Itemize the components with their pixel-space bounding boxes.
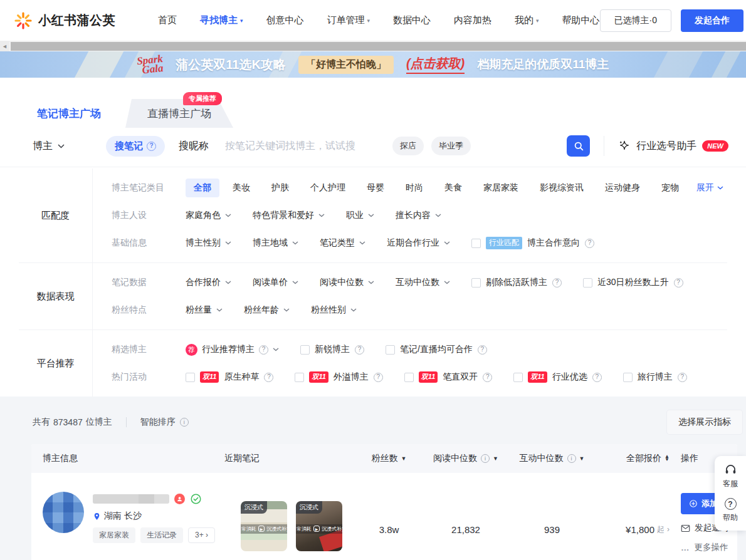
price-cell[interactable]: ¥1,800 起 › [626,518,670,535]
avatar[interactable] [43,492,84,533]
category-chip[interactable]: 全部 [186,179,219,197]
category-chip[interactable]: 时尚 [397,179,431,197]
help-icon[interactable]: ? [264,373,273,382]
tab-note-blogger-plaza[interactable]: 笔记博主广场 [15,99,123,128]
sort-desc-icon[interactable]: ▼ [493,455,498,462]
search-mode-nickname[interactable]: 搜昵称 [179,140,209,153]
industry-assistant-button[interactable]: 行业选号助手 NEW [618,140,728,153]
banner-cta[interactable]: (点击获取) [406,55,465,74]
category-chip[interactable]: 美食 [436,179,470,197]
checkbox[interactable] [513,373,523,382]
checkbox[interactable] [623,373,633,382]
filter-dropdown[interactable]: 家庭角色 [186,210,231,221]
filter-dropdown[interactable]: 阅读中位数 [320,277,374,288]
help-icon[interactable]: ? [259,345,268,355]
filter-dropdown[interactable]: 粉丝年龄 [244,304,290,316]
help-icon[interactable]: ? [674,278,683,288]
promo-banner[interactable]: SparkGala 蒲公英双11选K攻略 「好博主不怕晚」 (点击获取) 档期充… [0,51,746,78]
sort-desc-icon[interactable]: ▼ [401,455,407,462]
filter-checkbox[interactable]: 双11原生种草? [186,371,273,383]
filter-checkbox[interactable]: 行业匹配博主合作意向? [471,237,594,249]
help-icon[interactable]: ? [552,278,562,288]
filter-checkbox[interactable]: 双11外溢博主? [295,371,382,383]
column-header-6[interactable]: 全部报价▲▼ [594,453,670,464]
nav-item-4[interactable]: 订单管理▾ [327,14,370,26]
filter-dropdown[interactable]: 笔记类型 [320,237,365,249]
checkbox[interactable] [583,278,592,288]
nav-item-1[interactable]: 首页 [158,14,177,26]
nav-item-8[interactable]: 帮助中心 [562,14,600,26]
note-thumbnail[interactable]: 沉浸式 日常消耗▶沉浸式补货 [296,501,342,551]
sort-icon[interactable]: ▲▼ [665,455,670,462]
nav-item-2[interactable]: 寻找博主▾ [200,14,243,26]
blogger-tag[interactable]: 生活记录 [140,527,183,543]
search-input[interactable] [225,140,385,152]
checkbox[interactable] [471,239,481,248]
scroll-left-button[interactable]: ◄ [0,41,9,51]
nav-item-7[interactable]: 我的▾ [515,14,539,26]
filter-dropdown[interactable]: 特色背景和爱好 [253,210,325,221]
filter-dropdown[interactable]: 博主地域 [253,237,298,249]
filter-dropdown[interactable]: 合作报价 [186,277,231,288]
column-header-3[interactable]: 粉丝数▼ [356,453,422,464]
nav-item-5[interactable]: 数据中心 [393,14,431,26]
filter-dropdown[interactable]: 粉丝量 [186,304,223,316]
category-chip[interactable]: 母婴 [359,179,392,197]
smart-sort-dropdown[interactable]: 智能排序 i [140,417,189,428]
filter-checkbox[interactable]: 双11笔直双开? [404,371,492,383]
customer-service-button[interactable]: 客服 [723,463,738,489]
filter-checkbox[interactable]: 笔记/直播均可合作? [386,344,487,355]
filter-dropdown[interactable]: 擅长内容 [396,210,441,221]
filter-checkbox[interactable]: 双11行业优选? [513,371,601,383]
category-chip[interactable]: 美妆 [224,179,258,197]
hot-tag-biyeji[interactable]: 毕业季 [431,137,471,155]
help-button[interactable]: ? 帮助 [723,498,738,523]
checkbox[interactable] [300,345,310,355]
blogger-tag[interactable]: 家居家装 [93,527,135,543]
more-actions-button[interactable]: … 更多操作 [681,542,728,553]
choose-metrics-button[interactable]: 选择展示指标 [667,410,742,434]
checkbox[interactable] [471,278,481,288]
help-icon[interactable]: ? [147,142,156,151]
horizontal-scrollbar[interactable]: ◄ [0,41,746,51]
recommend-dropdown[interactable]: 荐行业推荐博主? [186,344,279,356]
blogger-name-blurred[interactable] [93,494,169,504]
category-chip[interactable]: 宠物 [653,179,687,197]
help-icon[interactable]: ? [355,345,364,355]
table-row[interactable]: 湖南 长沙 家居家装生活记录3+ › 沉浸式 日常消耗▶沉浸式补货沉浸式 日常消… [31,473,737,560]
column-header-4[interactable]: 阅读中位数i▼ [422,453,510,464]
help-icon[interactable]: ? [374,373,383,382]
hot-tag-tandian[interactable]: 探店 [392,137,424,155]
info-icon[interactable]: i [567,454,576,463]
sort-desc-icon[interactable]: ▼ [579,455,585,462]
category-chip[interactable]: 家居家装 [475,179,527,197]
help-icon[interactable]: ? [478,345,487,355]
search-button[interactable] [567,135,590,157]
help-icon[interactable]: ? [483,373,492,382]
filter-checkbox[interactable]: 近30日粉丝数上升? [583,277,683,288]
category-chip[interactable]: 个人护理 [302,179,354,197]
checkbox[interactable] [386,345,395,355]
filter-checkbox[interactable]: 新锐博主? [300,344,364,355]
search-scope-dropdown[interactable]: 博主 [33,140,65,153]
search-mode-note[interactable]: 搜笔记 ? [106,136,165,157]
filter-dropdown[interactable]: 粉丝性别 [311,304,357,316]
filter-checkbox[interactable]: 旅行博主? [623,371,687,383]
category-chip[interactable]: 影视综资讯 [532,179,592,197]
filter-dropdown[interactable]: 近期合作行业 [387,237,450,249]
start-cooperation-button[interactable]: 发起合作 [681,9,743,32]
scrollbar-thumb[interactable] [11,42,746,51]
column-header-5[interactable]: 互动中位数i▼ [510,453,594,464]
checkbox[interactable] [404,373,414,382]
filter-dropdown[interactable]: 互动中位数 [396,277,450,288]
info-icon[interactable]: i [180,418,189,427]
nav-item-3[interactable]: 创意中心 [266,14,304,26]
category-chip[interactable]: 护肤 [263,179,297,197]
help-icon[interactable]: ? [592,373,602,382]
expand-button[interactable]: 展开 [696,182,727,194]
nav-item-6[interactable]: 内容加热 [454,14,491,26]
category-chip[interactable]: 运动健身 [597,179,648,197]
filter-dropdown[interactable]: 博主性别 [186,237,231,249]
info-icon[interactable]: i [481,454,490,463]
checkbox[interactable] [295,373,304,382]
